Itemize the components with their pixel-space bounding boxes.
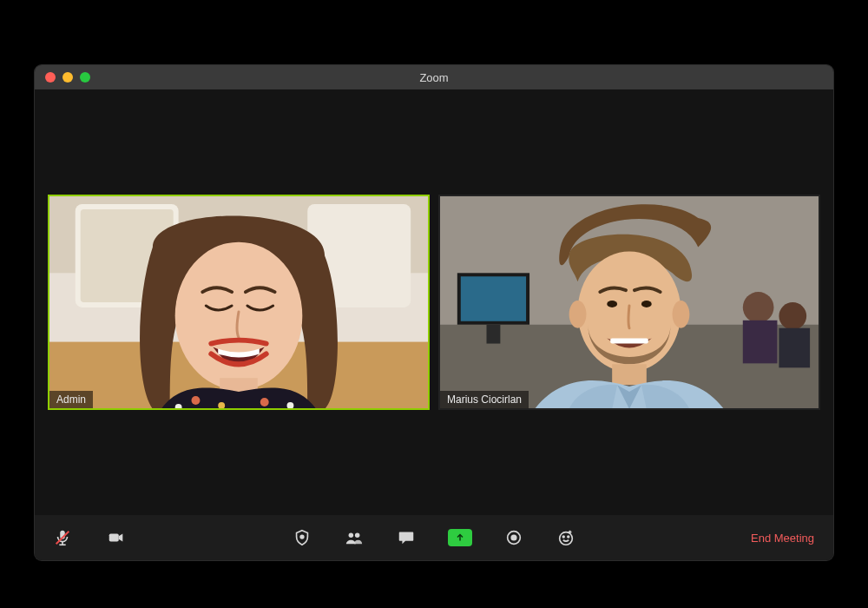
svg-rect-27 bbox=[610, 339, 648, 344]
svg-point-26 bbox=[641, 301, 652, 307]
participants-icon bbox=[345, 528, 364, 547]
svg-point-18 bbox=[743, 292, 774, 323]
svg-point-8 bbox=[192, 396, 201, 405]
svg-point-39 bbox=[560, 532, 573, 545]
svg-point-38 bbox=[511, 535, 516, 540]
svg-rect-19 bbox=[743, 321, 778, 364]
svg-rect-33 bbox=[109, 533, 119, 541]
minimize-window-icon[interactable] bbox=[62, 72, 73, 83]
participant-video-placeholder bbox=[440, 196, 819, 408]
svg-point-24 bbox=[673, 301, 690, 328]
chat-button[interactable] bbox=[396, 527, 417, 548]
record-button[interactable] bbox=[503, 527, 524, 548]
svg-point-41 bbox=[568, 536, 569, 538]
close-window-icon[interactable] bbox=[45, 72, 56, 83]
svg-point-20 bbox=[779, 302, 806, 330]
video-grid: Admin bbox=[35, 89, 833, 515]
reactions-smile-icon bbox=[556, 528, 575, 547]
svg-point-34 bbox=[300, 535, 304, 539]
participant-name-label: Marius Ciocirlan bbox=[440, 391, 529, 408]
chat-icon bbox=[397, 528, 416, 547]
participants-button[interactable] bbox=[344, 527, 365, 548]
participant-name-label: Admin bbox=[49, 391, 93, 408]
record-icon bbox=[504, 528, 523, 547]
security-button[interactable] bbox=[292, 527, 312, 548]
svg-point-25 bbox=[607, 301, 617, 307]
zoom-window: Zoom bbox=[35, 65, 833, 560]
svg-rect-17 bbox=[487, 325, 501, 344]
mute-button[interactable] bbox=[52, 527, 73, 548]
svg-point-10 bbox=[260, 398, 269, 406]
video-button[interactable] bbox=[106, 527, 127, 548]
svg-point-40 bbox=[562, 536, 564, 538]
end-meeting-button[interactable]: End Meeting bbox=[751, 532, 814, 545]
svg-rect-21 bbox=[779, 328, 810, 368]
svg-point-36 bbox=[355, 533, 360, 539]
window-title: Zoom bbox=[35, 71, 833, 84]
microphone-muted-icon bbox=[53, 528, 72, 547]
svg-rect-28 bbox=[612, 364, 647, 385]
share-screen-button[interactable] bbox=[448, 529, 472, 546]
meeting-toolbar: End Meeting bbox=[35, 515, 833, 560]
titlebar[interactable]: Zoom bbox=[35, 65, 833, 89]
video-tile[interactable]: Marius Ciocirlan bbox=[438, 195, 820, 410]
reactions-button[interactable] bbox=[556, 527, 576, 548]
video-tile[interactable]: Admin bbox=[48, 195, 430, 410]
svg-point-23 bbox=[569, 301, 587, 328]
fullscreen-window-icon[interactable] bbox=[80, 72, 90, 83]
video-camera-icon bbox=[107, 528, 126, 547]
share-arrow-up-icon bbox=[455, 532, 465, 543]
svg-point-35 bbox=[349, 533, 354, 539]
participant-video-placeholder bbox=[49, 196, 428, 408]
svg-rect-16 bbox=[461, 276, 526, 321]
window-controls bbox=[35, 72, 90, 83]
shield-icon bbox=[293, 528, 312, 547]
